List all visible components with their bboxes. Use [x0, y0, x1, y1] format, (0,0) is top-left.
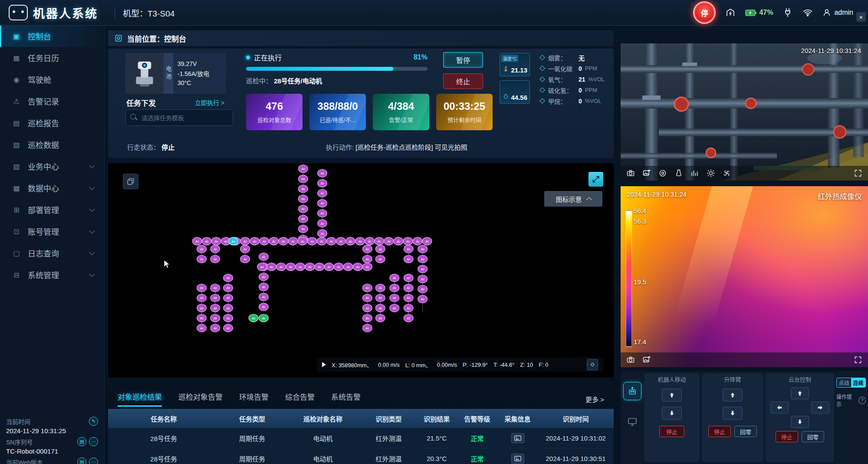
sidebar-item-account[interactable]: ⊡ 账号管理: [0, 220, 104, 242]
svg-text:AI: AI: [227, 296, 230, 300]
sidebar-item-log-query[interactable]: ▢ 日志查询: [0, 242, 104, 264]
pause-button[interactable]: 暂停: [443, 52, 483, 68]
dock-icon[interactable]: [725, 7, 736, 18]
sidebar-item-deployment[interactable]: ⊞ 部署管理: [0, 199, 104, 220]
sidebar-item-business-center[interactable]: ▨ 业务中心: [0, 155, 104, 177]
account-icon: ⊡: [12, 227, 21, 236]
svg-text:AI: AI: [227, 306, 230, 310]
svg-text:AI: AI: [214, 316, 217, 320]
sidebar-item-system[interactable]: ⊟ 系统管理: [0, 264, 104, 286]
snapshot-icon[interactable]: [626, 355, 635, 364]
emergency-stop-button[interactable]: 停: [693, 1, 716, 24]
sidebar-item-alarm-records[interactable]: ⚠ 告警记录: [0, 90, 104, 112]
grid-icon[interactable]: ▤: [77, 457, 86, 464]
aperture-icon[interactable]: [658, 169, 667, 178]
capture-add-icon[interactable]: [642, 169, 651, 178]
sidebar-item-label: 账号管理: [28, 226, 59, 237]
chevron-down-icon: [89, 206, 95, 212]
move-stop-button[interactable]: 停止: [659, 426, 684, 437]
charger-plug-icon[interactable]: [783, 7, 793, 18]
locate-button[interactable]: [587, 359, 598, 370]
svg-text:AI: AI: [378, 257, 382, 261]
system-icon: ⊟: [12, 271, 21, 279]
telemetry-x: X: 358980mm、: [332, 361, 372, 369]
col-recog-type: 识别类型: [361, 414, 416, 423]
svg-text:AI: AI: [318, 265, 321, 269]
help-icon[interactable]: ?: [858, 397, 866, 404]
user-icon: [822, 8, 831, 17]
tab-system-alarms[interactable]: 系统告警: [331, 391, 361, 407]
sidebar-item-task-calendar[interactable]: ▦ 任务日历: [0, 47, 104, 69]
map-expand-button[interactable]: [589, 172, 603, 187]
screen-button[interactable]: [625, 415, 640, 429]
map-canvas[interactable]: AIAIAIAIAIAIAIAIAIAIAIAIAIAIAIAIAIAIAIAI…: [108, 163, 614, 378]
capture-add-icon[interactable]: [642, 355, 651, 364]
continuous-option[interactable]: 连续: [851, 378, 865, 387]
grid-icon[interactable]: ▤: [77, 437, 86, 446]
map-layers-button[interactable]: [123, 174, 138, 189]
lift-stop-button[interactable]: 停止: [708, 426, 731, 437]
ptz-zero-button[interactable]: 回零: [802, 431, 824, 442]
ptz-left-button[interactable]: [770, 401, 789, 414]
snapshot-icon[interactable]: [626, 169, 635, 178]
table-row[interactable]: 28号任务 周期任务 电动机 红外测温 21.5°C 正常 2024-11-29…: [108, 428, 614, 448]
ptz-up-button[interactable]: [791, 387, 809, 399]
terminate-button[interactable]: 终止: [443, 73, 483, 89]
tab-object-alarms[interactable]: 巡检对象告警: [178, 391, 223, 407]
sidebar-item-inspection-report[interactable]: ▤ 巡检报告: [0, 112, 104, 134]
flask-icon[interactable]: [674, 169, 683, 178]
jog-continuous-toggle[interactable]: 点动 连续: [836, 378, 866, 388]
walk-status-row: 行走状态： 停止 执行动作: [巡检任务-巡检点巡检阶段] 可见光拍照: [127, 142, 605, 151]
capture-thumbnail[interactable]: [511, 433, 524, 443]
robot-logo-icon: [9, 5, 28, 20]
fullscreen-icon[interactable]: [854, 169, 862, 178]
lift-down-button[interactable]: [723, 407, 743, 420]
ptz-stop-button[interactable]: 停止: [776, 431, 798, 442]
tab-combined-alarms[interactable]: 综合告警: [285, 391, 315, 407]
tab-env-alarms[interactable]: 环境告警: [239, 391, 269, 407]
svg-text:AI: AI: [387, 240, 391, 244]
execute-now-link[interactable]: 立即执行 >: [195, 98, 224, 107]
tab-object-results[interactable]: 对象巡检结果: [118, 391, 162, 407]
svg-text:AI: AI: [378, 247, 382, 251]
col-recog-result: 识别结果: [417, 414, 457, 423]
brightness-icon[interactable]: [707, 169, 715, 178]
chevron-down-icon: [89, 271, 95, 277]
temperature-card: 温度°C 21.13: [500, 53, 530, 76]
legend-toggle[interactable]: 图标示意: [544, 191, 602, 207]
table-row[interactable]: 28号任务 周期任务 电动机 红外测温 20.3°C 正常 2024-11-29…: [108, 448, 614, 464]
play-icon[interactable]: [322, 362, 326, 367]
move-down-button[interactable]: [662, 407, 682, 420]
svg-text:AI: AI: [253, 240, 256, 244]
more-dots-icon[interactable]: ⋯: [89, 457, 98, 464]
close-icon[interactable]: ×: [856, 12, 866, 22]
sidebar-item-cockpit[interactable]: ◉ 驾驶舱: [0, 69, 104, 90]
col-object-name: 巡检对象名称: [285, 414, 361, 423]
histogram-icon[interactable]: [690, 169, 699, 178]
user-menu[interactable]: admin: [822, 8, 853, 17]
fullscreen-icon[interactable]: [854, 355, 862, 364]
wiper-fan-icon[interactable]: [723, 169, 731, 178]
ptz-right-button[interactable]: [811, 401, 829, 414]
edit-icon[interactable]: ✎: [89, 417, 98, 426]
more-link[interactable]: 更多 >: [585, 395, 604, 404]
humidity-card: 44.56: [500, 80, 530, 104]
lift-zero-button[interactable]: 回零: [734, 426, 757, 437]
diamond-bullet-icon: [539, 66, 545, 71]
breadcrumb: 当前位置：控制台: [108, 30, 614, 46]
sidebar-item-console[interactable]: ▣ 控制台: [0, 25, 104, 47]
sidebar-item-data-center[interactable]: ▩ 数据中心: [0, 177, 104, 199]
lift-up-button[interactable]: [723, 388, 743, 401]
jog-option[interactable]: 点动: [837, 378, 851, 387]
task-template-input[interactable]: [141, 110, 230, 126]
capture-thumbnail[interactable]: [511, 454, 524, 464]
ptz-down-button[interactable]: [791, 416, 809, 428]
sidebar-item-inspection-data[interactable]: ▧ 巡检数据: [0, 134, 104, 155]
svg-text:AI: AI: [214, 240, 218, 244]
svg-text:AI: AI: [282, 240, 285, 244]
svg-text:AI: AI: [356, 265, 359, 269]
sn-label: SN序列号: [6, 438, 33, 446]
robot-mode-button[interactable]: [623, 382, 641, 400]
more-dots-icon[interactable]: ⋯: [89, 437, 98, 446]
move-up-button[interactable]: [662, 388, 682, 401]
